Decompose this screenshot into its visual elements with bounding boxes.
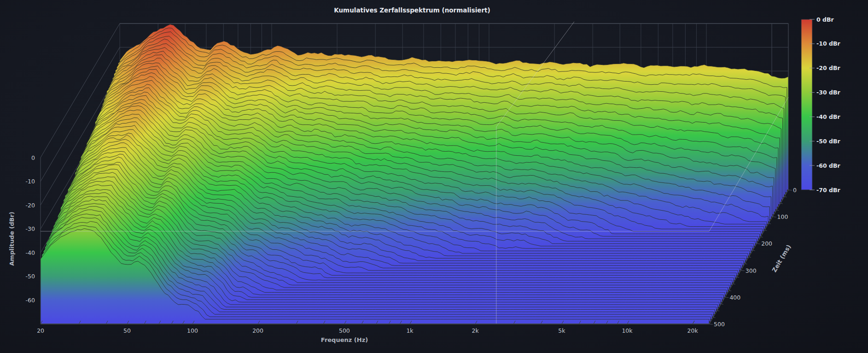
z-tick-label: 200: [761, 240, 772, 247]
x-tick-label: 50: [123, 327, 131, 334]
x-tick-label: 2k: [472, 327, 479, 334]
colorbar-label: -20 dBr: [816, 65, 840, 71]
x-tick-label: 200: [252, 327, 263, 334]
colorbar-label: -10 dBr: [816, 40, 840, 47]
y-tick-label: -50: [26, 273, 35, 280]
y-tick-label: -10: [26, 178, 35, 185]
x-axis-title: Frequenz (Hz): [321, 336, 368, 343]
z-axis-title: Zeit (ms): [771, 243, 792, 273]
y-tick-label: -60: [26, 297, 35, 304]
y-axis-title: Amplitude (dBr): [8, 212, 15, 265]
x-tick-label: 20k: [687, 327, 699, 334]
y-tick-label: 0: [31, 154, 35, 161]
chart-title: Kumulatives Zerfallsspektrum (normalisie…: [334, 6, 490, 14]
x-tick-label: 1k: [406, 327, 414, 334]
colorbar-label: 0 dBr: [816, 16, 834, 23]
colorbar-legend: 0 dBr-10 dBr-20 dBr-30 dBr-40 dBr-50 dBr…: [801, 16, 840, 194]
z-tick-label: 500: [714, 321, 725, 328]
waterfall-app-window: 20501002005001k2k5k10k20k0-10-20-30-40-5…: [0, 0, 868, 353]
z-tick-label: 300: [746, 267, 757, 274]
z-tick-label: 0: [793, 187, 797, 194]
waterfall-surface[interactable]: [41, 24, 788, 324]
y-tick-label: -40: [26, 249, 35, 256]
csd-waterfall-plot[interactable]: 20501002005001k2k5k10k20k0-10-20-30-40-5…: [0, 0, 868, 353]
y-tick-label: -30: [26, 225, 35, 232]
y-tick-label: -20: [26, 202, 35, 209]
z-tick-label: 400: [729, 294, 740, 301]
x-tick-label: 5k: [558, 327, 565, 334]
colorbar-gradient: [801, 19, 812, 190]
x-tick-label: 10k: [622, 327, 633, 334]
colorbar-label: -50 dBr: [816, 138, 840, 145]
x-tick-label: 100: [187, 327, 198, 334]
colorbar-label: -30 dBr: [816, 89, 840, 96]
x-tick-label: 20: [37, 327, 44, 334]
colorbar-label: -60 dBr: [816, 162, 840, 169]
colorbar-label: -40 dBr: [816, 113, 840, 120]
chart-render-layer: 20501002005001k2k5k10k20k0-10-20-30-40-5…: [26, 16, 841, 335]
colorbar-label: -70 dBr: [816, 187, 840, 194]
z-tick-label: 100: [777, 213, 788, 220]
x-tick-label: 500: [339, 327, 350, 334]
